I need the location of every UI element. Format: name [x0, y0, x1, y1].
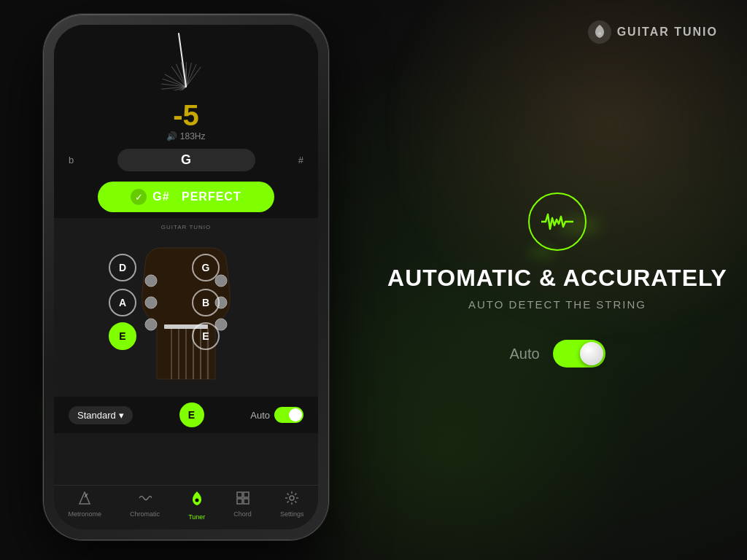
tuning-selector[interactable]: Standard ▾	[69, 406, 133, 424]
watermark: GUITAR TUNIO	[161, 224, 212, 230]
tuner-label: Tuner	[188, 513, 205, 521]
svg-rect-33	[237, 492, 242, 497]
speaker-icon: 🔊	[166, 131, 177, 141]
perfect-badge: ✓ G# PERFECT	[98, 182, 274, 212]
toggle-knob	[289, 408, 302, 421]
headstock-container: D G A B E E	[106, 233, 266, 394]
nav-settings[interactable]: Settings	[280, 491, 304, 521]
pitch-offset: -5	[54, 101, 318, 130]
phone-screen: -5 🔊 183Hz b G # ✓ G#	[54, 25, 318, 529]
metronome-icon	[78, 491, 91, 508]
phone-shell: -5 🔊 183Hz b G # ✓ G#	[44, 15, 328, 540]
svg-point-32	[195, 499, 198, 502]
svg-point-37	[290, 496, 294, 500]
nav-chromatic[interactable]: Chromatic	[130, 491, 160, 521]
string-d-button[interactable]: D	[109, 254, 136, 281]
string-g-button[interactable]: G	[192, 254, 220, 281]
nav-metronome[interactable]: Metronome	[69, 491, 102, 521]
headstock-section: GUITAR TUNIO	[54, 218, 318, 485]
chord-icon	[236, 491, 249, 508]
auto-label-right: Auto	[509, 346, 539, 362]
main-headline: AUTOMATIC & ACCURATELY	[387, 265, 727, 291]
check-icon: ✓	[131, 189, 147, 205]
string-row-2: A B	[109, 289, 220, 316]
flat-label: b	[69, 155, 117, 166]
note-row: b G #	[54, 144, 318, 176]
frequency-display: 🔊 183Hz	[54, 131, 318, 141]
chromatic-label: Chromatic	[130, 510, 160, 518]
current-note-pill: G	[117, 149, 255, 171]
string-e-high-button[interactable]: E	[192, 322, 220, 350]
sub-headline: AUTO DETECT THE STRING	[468, 298, 646, 311]
bottom-navigation: Metronome Chromatic	[54, 485, 318, 529]
sharp-label: #	[255, 155, 304, 166]
auto-toggle-right: Auto	[509, 340, 605, 368]
nav-chord[interactable]: Chord	[233, 491, 252, 521]
string-row-3: E E	[109, 322, 220, 350]
string-a-button[interactable]: A	[109, 289, 136, 316]
settings-icon	[285, 491, 298, 508]
settings-label: Settings	[280, 510, 304, 518]
right-panel: AUTOMATIC & ACCURATELY AUTO DETECT THE S…	[368, 0, 747, 560]
string-b-button[interactable]: B	[192, 289, 220, 316]
svg-rect-34	[244, 492, 249, 497]
chord-label: Chord	[233, 510, 252, 518]
svg-line-10	[169, 64, 193, 87]
metronome-label: Metronome	[69, 510, 102, 518]
chromatic-icon	[139, 491, 152, 508]
tuner-icon	[190, 491, 204, 511]
auto-toggle-row: Auto	[250, 407, 303, 423]
perfect-text: G# PERFECT	[152, 190, 241, 203]
auto-toggle[interactable]	[274, 407, 303, 423]
dial-area	[54, 25, 318, 98]
nav-tuner[interactable]: Tuner	[188, 491, 205, 521]
string-e-low-button[interactable]: E	[109, 322, 136, 350]
string-row-1: D G	[109, 254, 220, 281]
toggle-large-knob	[580, 342, 603, 365]
svg-rect-35	[237, 499, 242, 504]
auto-toggle-large[interactable]	[553, 340, 605, 368]
phone-mockup: -5 🔊 183Hz b G # ✓ G#	[44, 15, 328, 540]
screen-inner: -5 🔊 183Hz b G # ✓ G#	[54, 25, 318, 529]
svg-rect-36	[244, 499, 249, 504]
current-string-badge: E	[179, 402, 204, 427]
svg-marker-30	[80, 492, 90, 504]
tuner-top-section: -5 🔊 183Hz b G # ✓ G#	[54, 25, 318, 218]
signal-icon-circle	[528, 192, 587, 251]
tuner-controls-row: Standard ▾ E Auto	[54, 397, 318, 433]
